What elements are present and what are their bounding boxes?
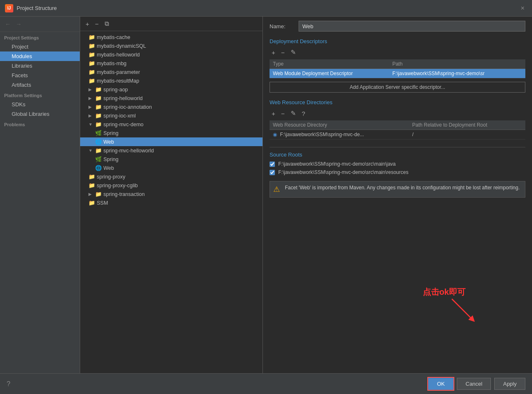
tree-copy-button[interactable]: ⧉ <box>103 19 111 28</box>
tree-panel: + − ⧉ 📁 mybatis-cache 📁 mybatis-dynamicS… <box>80 17 263 373</box>
tree-item-label: Spring <box>103 157 118 162</box>
name-input[interactable] <box>299 21 525 32</box>
collapsed-arrow-icon: ▶ <box>88 105 93 109</box>
folder-icon: 📁 <box>88 69 95 75</box>
wrd-col-header: Web Resource Directory <box>270 120 409 130</box>
tree-remove-button[interactable]: − <box>93 20 101 28</box>
tree-item-mybatis-cache[interactable]: 📁 mybatis-cache <box>80 33 262 42</box>
nav-header: ← → <box>0 17 80 32</box>
dd-add-button[interactable]: + <box>270 48 277 57</box>
apply-button[interactable]: Apply <box>494 378 525 390</box>
dd-remove-button[interactable]: − <box>279 48 287 57</box>
tree-item-spring-mvc-helloworld[interactable]: ▼ 📁 spring-mvc-helloworld <box>80 146 262 155</box>
right-wrapper: Name: Deployment Descriptors + − ✎ Type … <box>263 17 532 373</box>
libraries-item-label: Libraries <box>12 63 32 69</box>
sdks-item-label: SDKs <box>12 101 25 108</box>
close-button[interactable]: × <box>518 4 527 13</box>
tree-item-spring-proxy-cglib[interactable]: 📁 spring-proxy-cglib <box>80 181 262 190</box>
sidebar-item-global-libraries[interactable]: Global Libraries <box>0 109 80 119</box>
tree-item-spring-mvc-helloworld-web[interactable]: 🌐 Web <box>80 164 262 172</box>
folder-icon: 📁 <box>88 34 95 40</box>
tree-item-label: spring-transaction <box>103 191 145 197</box>
table-row[interactable]: ◉ F:\javawebwork\SSM\spring-mvc-de... / <box>270 130 525 139</box>
tree-item-mybatis-parameter[interactable]: 📁 mybatis-parameter <box>80 68 262 76</box>
source-root-checkbox-0[interactable] <box>270 162 275 167</box>
project-settings-label: Project Settings <box>0 32 80 42</box>
wrd-path-cell: / <box>409 130 525 139</box>
nav-back-arrow[interactable]: ← <box>4 20 12 28</box>
tree-item-spring-mvc-helloworld-spring[interactable]: 🌿 Spring <box>80 155 262 164</box>
sidebar-item-modules[interactable]: Modules <box>0 51 80 61</box>
tree-item-spring-helloworld[interactable]: ▶ 📁 spring-helloworld <box>80 94 262 103</box>
deployment-table: Type Path Web Module Deployment Descript… <box>270 59 525 78</box>
tree-item-spring-aop[interactable]: ▶ 📁 spring-aop <box>80 85 262 94</box>
source-root-path-1: F:\javawebwork\SSM\spring-mvc-demo\src\m… <box>278 169 408 175</box>
tree-item-label: spring-helloworld <box>103 95 143 101</box>
cancel-button[interactable]: Cancel <box>457 378 491 390</box>
source-root-row-0: F:\javawebwork\SSM\spring-mvc-demo\src\m… <box>270 161 525 167</box>
sidebar-item-artifacts[interactable]: Artifacts <box>0 80 80 90</box>
tree-item-label: spring-ioc-xml <box>103 113 136 119</box>
tree-item-label: Web <box>103 165 114 171</box>
table-row[interactable]: Web Module Deployment Descriptor F:\java… <box>270 69 525 78</box>
dd-edit-button[interactable]: ✎ <box>289 48 298 57</box>
platform-settings-label: Platform Settings <box>0 90 80 100</box>
collapsed-arrow-icon: ▶ <box>88 192 93 196</box>
right-panel: Name: Deployment Descriptors + − ✎ Type … <box>263 17 532 373</box>
problems-label: Problems <box>0 119 80 129</box>
spring-icon: 🌿 <box>95 156 102 162</box>
wrd-remove-button[interactable]: − <box>279 109 287 118</box>
folder-icon: 📁 <box>95 113 102 119</box>
wrd-add-button[interactable]: + <box>270 109 277 118</box>
expanded-arrow-icon: ▼ <box>88 122 93 127</box>
tree-item-spring-mvc-demo[interactable]: ▼ 📁 spring-mvc-demo <box>80 120 262 129</box>
window-title: Project Structure <box>17 5 57 11</box>
folder-icon: 📁 <box>95 147 102 154</box>
tree-item-label: mybatis-helloworld <box>97 52 140 58</box>
add-server-button[interactable]: Add Application Server specific descript… <box>270 82 525 93</box>
table-cell-type: Web Module Deployment Descriptor <box>270 69 389 78</box>
source-roots-title: Source Roots <box>270 152 525 158</box>
path-column-header: Path <box>389 59 525 69</box>
tree-item-spring-mvc-demo-spring[interactable]: 🌿 Spring <box>80 129 262 137</box>
ok-button[interactable]: OK <box>428 378 454 390</box>
tree-item-label: Web <box>103 139 114 145</box>
tree-item-SSM[interactable]: 📁 SSM <box>80 198 262 207</box>
tree-content: 📁 mybatis-cache 📁 mybatis-dynamicSQL 📁 m… <box>80 31 262 373</box>
warning-text: Facet 'Web' is imported from Maven. Any … <box>285 185 520 191</box>
tree-header: + − ⧉ <box>80 17 262 31</box>
source-root-checkbox-1[interactable] <box>270 170 275 175</box>
sidebar-item-sdks[interactable]: SDKs <box>0 100 80 109</box>
tree-item-spring-ioc-xml[interactable]: ▶ 📁 spring-ioc-xml <box>80 111 262 120</box>
tree-item-mybatis-dynamicSQL[interactable]: 📁 mybatis-dynamicSQL <box>80 42 262 50</box>
sidebar: ← → Project Settings Project Modules Lib… <box>0 17 80 373</box>
tree-item-label: spring-mvc-demo <box>103 122 144 127</box>
tree-item-spring-transaction[interactable]: ▶ 📁 spring-transaction <box>80 190 262 198</box>
tree-item-spring-proxy[interactable]: 📁 spring-proxy <box>80 172 262 181</box>
tree-item-label: mybatis-mbg <box>97 61 127 66</box>
tree-item-spring-mvc-demo-web[interactable]: 🌐 Web <box>80 137 262 146</box>
tree-item-label: spring-proxy-cglib <box>97 183 138 188</box>
tree-item-mybatis-mbg[interactable]: 📁 mybatis-mbg <box>80 59 262 68</box>
name-label: Name: <box>270 23 294 29</box>
folder-icon: 📁 <box>88 78 95 84</box>
tree-item-mybatis-resultMap[interactable]: 📁 mybatis-resultMap <box>80 76 262 85</box>
sidebar-item-facets[interactable]: Facets <box>0 71 80 80</box>
wrd-edit-button[interactable]: ✎ <box>289 109 298 118</box>
tree-add-button[interactable]: + <box>83 20 91 28</box>
wrd-dir-cell: ◉ F:\javawebwork\SSM\spring-mvc-de... <box>270 130 409 139</box>
tree-item-label: spring-ioc-annotation <box>103 104 152 110</box>
help-button[interactable]: ? <box>7 380 10 388</box>
artifacts-item-label: Artifacts <box>12 82 31 88</box>
wrd-help-button[interactable]: ? <box>300 109 307 118</box>
folder-icon: 📁 <box>88 182 95 188</box>
sidebar-item-libraries[interactable]: Libraries <box>0 61 80 71</box>
nav-forward-arrow[interactable]: → <box>15 20 22 28</box>
tree-item-spring-ioc-annotation[interactable]: ▶ 📁 spring-ioc-annotation <box>80 103 262 111</box>
source-root-path-0: F:\javawebwork\SSM\spring-mvc-demo\src\m… <box>278 161 396 167</box>
tree-item-mybatis-helloworld[interactable]: 📁 mybatis-helloworld <box>80 50 262 59</box>
folder-icon: 📁 <box>88 200 95 206</box>
tree-item-label: spring-mvc-helloworld <box>103 148 154 154</box>
tree-item-label: SSM <box>97 200 108 206</box>
sidebar-item-project[interactable]: Project <box>0 42 80 51</box>
